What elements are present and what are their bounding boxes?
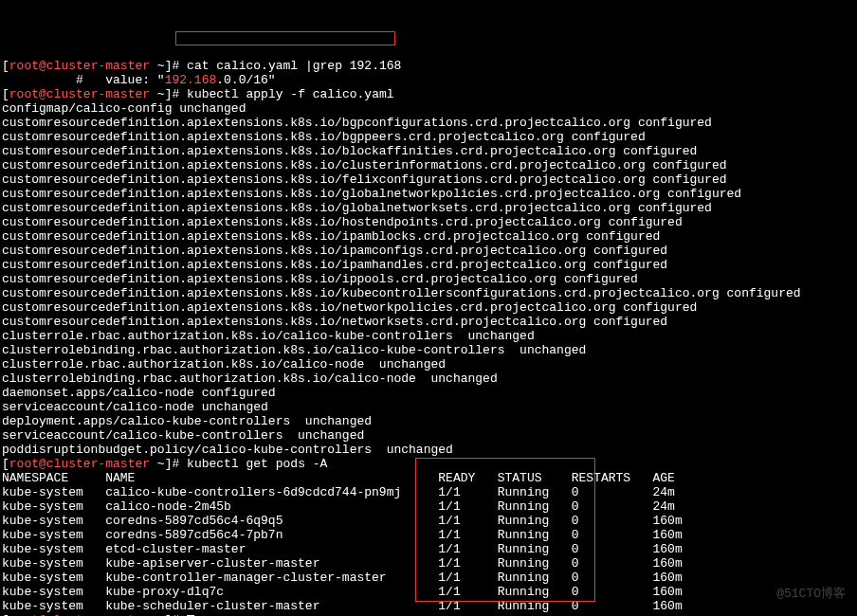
output-line: clusterrolebinding.rbac.authorization.k8… bbox=[2, 343, 855, 357]
prompt-line-2: [root@cluster-master ~]# kubectl apply -… bbox=[2, 87, 855, 101]
highlight-box-command bbox=[175, 31, 395, 45]
terminal-area[interactable]: [root@cluster-master ~]# cat calico.yaml… bbox=[2, 59, 855, 616]
output-line: customresourcedefinition.apiextensions.k… bbox=[2, 116, 855, 130]
output-line: clusterrole.rbac.authorization.k8s.io/ca… bbox=[2, 329, 855, 343]
table-row: kube-system kube-apiserver-cluster-maste… bbox=[2, 556, 855, 571]
output-line: customresourcedefinition.apiextensions.k… bbox=[2, 172, 855, 187]
apply-output: configmap/calico-config unchangedcustomr… bbox=[2, 101, 855, 457]
output-line: customresourcedefinition.apiextensions.k… bbox=[2, 130, 855, 144]
output-line: serviceaccount/calico-node unchanged bbox=[2, 400, 855, 414]
cat-command: cat calico.yaml |grep 192.168 bbox=[187, 59, 401, 73]
output-line: customresourcedefinition.apiextensions.k… bbox=[2, 229, 855, 244]
prompt-line-1: [root@cluster-master ~]# cat calico.yaml… bbox=[2, 59, 855, 73]
output-line: customresourcedefinition.apiextensions.k… bbox=[2, 244, 855, 258]
output-line: customresourcedefinition.apiextensions.k… bbox=[2, 201, 855, 215]
output-line: customresourcedefinition.apiextensions.k… bbox=[2, 300, 855, 315]
table-row: kube-system etcd-cluster-master 1/1 Runn… bbox=[2, 542, 855, 556]
prompt-line-3: [root@cluster-master ~]# kubectl get pod… bbox=[2, 457, 855, 471]
output-line: clusterrole.rbac.authorization.k8s.io/ca… bbox=[2, 357, 855, 371]
output-line: customresourcedefinition.apiextensions.k… bbox=[2, 158, 855, 172]
table-row: kube-system kube-controller-manager-clus… bbox=[2, 571, 855, 585]
output-line: customresourcedefinition.apiextensions.k… bbox=[2, 315, 855, 329]
output-line: customresourcedefinition.apiextensions.k… bbox=[2, 286, 855, 300]
apply-command: kubectl apply -f calico.yaml bbox=[187, 87, 393, 101]
get-pods-command: kubectl get pods -A bbox=[187, 457, 327, 471]
output-line: customresourcedefinition.apiextensions.k… bbox=[2, 144, 855, 158]
table-row: kube-system coredns-5897cd56c4-7pb7n 1/1… bbox=[2, 528, 855, 542]
table-row: kube-system kube-proxy-dlq7c 1/1 Running… bbox=[2, 585, 855, 599]
output-line: customresourcedefinition.apiextensions.k… bbox=[2, 272, 855, 286]
output-line: configmap/calico-config unchanged bbox=[2, 101, 855, 116]
output-line: deployment.apps/calico-kube-controllers … bbox=[2, 414, 855, 428]
table-row: kube-system calico-kube-controllers-6d9c… bbox=[2, 485, 855, 499]
table-row: kube-system kube-scheduler-cluster-maste… bbox=[2, 599, 855, 613]
watermark: @51CTO博客 bbox=[776, 587, 846, 601]
output-line: poddisruptionbudget.policy/calico-kube-c… bbox=[2, 443, 855, 457]
pods-header-row: NAMESPACE NAME READY STATUS RESTARTS AGE bbox=[2, 471, 855, 485]
table-row: kube-system calico-node-2m45b 1/1 Runnin… bbox=[2, 499, 855, 514]
output-line: customresourcedefinition.apiextensions.k… bbox=[2, 215, 855, 229]
output-line: customresourcedefinition.apiextensions.k… bbox=[2, 187, 855, 201]
output-line: serviceaccount/calico-kube-controllers u… bbox=[2, 428, 855, 443]
output-line: clusterrolebinding.rbac.authorization.k8… bbox=[2, 371, 855, 386]
pods-output: NAMESPACE NAME READY STATUS RESTARTS AGE… bbox=[2, 471, 855, 613]
cat-output: # value: "192.168.0.0/16" bbox=[2, 73, 855, 87]
table-row: kube-system coredns-5897cd56c4-6q9q5 1/1… bbox=[2, 514, 855, 528]
output-line: daemonset.apps/calico-node configured bbox=[2, 386, 855, 400]
output-line: customresourcedefinition.apiextensions.k… bbox=[2, 258, 855, 272]
